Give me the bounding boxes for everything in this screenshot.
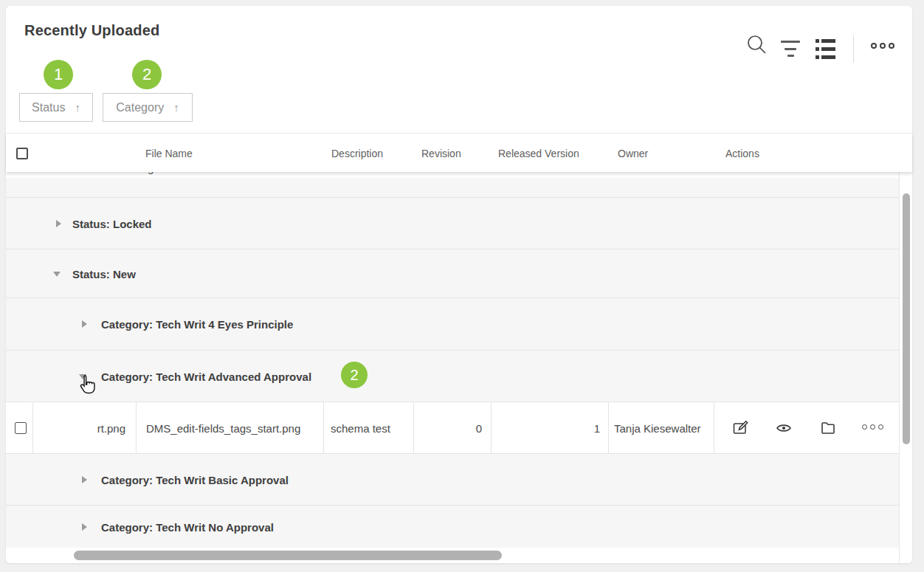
sort-asc-arrow-icon: ↑ (75, 101, 80, 114)
file-thumb-text: rt.png (35, 421, 125, 434)
more-options-icon[interactable] (869, 41, 900, 52)
expand-triangle-icon[interactable] (82, 320, 87, 328)
pointer-cursor-icon (77, 374, 97, 396)
column-header-file-name: File Name (145, 148, 193, 159)
group-chip-status-label: Status (32, 101, 65, 114)
select-all-checkbox[interactable] (16, 148, 28, 159)
vertical-scrollbar-track[interactable] (899, 172, 912, 563)
column-header-revision: Revision (421, 148, 461, 159)
vertical-scrollbar-thumb[interactable] (903, 193, 910, 444)
clipped-row-remnant (6, 178, 899, 198)
clipped-file-name-fragment: g (148, 172, 154, 174)
group-count-badge: 2 (341, 362, 368, 388)
group-row-category-advanced[interactable]: Category: Tech Writ Advanced Approval (6, 351, 899, 402)
column-header-actions: Actions (725, 148, 759, 159)
group-row-category-basic[interactable]: Category: Tech Writ Basic Approval (6, 454, 899, 506)
expand-triangle-icon[interactable] (82, 523, 87, 531)
recently-uploaded-panel: Recently Uploaded 1 2 Status ↑ Category … (6, 6, 912, 563)
horizontal-scrollbar-thumb[interactable] (74, 551, 502, 560)
group-label: Status: Locked (72, 217, 152, 230)
preview-eye-icon[interactable] (776, 420, 792, 436)
column-header-description: Description (331, 148, 383, 159)
collapse-triangle-icon[interactable] (53, 272, 61, 277)
group-chip-status[interactable]: Status ↑ (19, 93, 93, 122)
group-chip-category[interactable]: Category ↑ (103, 93, 193, 122)
filter-icon[interactable] (781, 38, 800, 59)
row-more-icon[interactable] (862, 424, 889, 432)
sort-asc-arrow-icon: ↑ (173, 101, 179, 114)
expand-triangle-icon[interactable] (82, 476, 87, 483)
row-checkbox[interactable] (15, 422, 27, 434)
revision-cell: 0 (413, 421, 482, 434)
owner-cell: Tanja Kiesewalter (614, 421, 701, 434)
status-group-order-badge: 1 (44, 60, 73, 89)
search-icon[interactable] (745, 34, 768, 56)
group-row-status-locked[interactable]: Status: Locked (6, 198, 899, 249)
group-row-category-4-eyes[interactable]: Category: Tech Writ 4 Eyes Principle (6, 298, 899, 351)
group-row-category-no-approval[interactable]: Category: Tech Writ No Approval (6, 506, 899, 548)
file-row[interactable]: rt.png DMS_edit-fields_tags_start.png sc… (6, 402, 899, 454)
column-header-released-version: Released Version (498, 148, 579, 159)
column-header-owner: Owner (618, 148, 648, 159)
group-chip-category-label: Category (116, 101, 164, 114)
table-header: File Name Description Revision Released … (6, 133, 912, 172)
clipped-row-sliver: g (6, 172, 899, 178)
edit-icon[interactable] (732, 420, 748, 436)
group-label: Category: Tech Writ Advanced Approval (101, 370, 311, 382)
group-label: Category: Tech Writ No Approval (101, 520, 274, 533)
released-version-cell: 1 (491, 421, 600, 434)
table-body: g Status: Locked Status: New Category: T… (6, 172, 899, 563)
toolbar-divider (853, 35, 854, 63)
file-name-cell: DMS_edit-fields_tags_start.png (146, 421, 300, 434)
group-label: Category: Tech Writ Basic Approval (101, 473, 289, 486)
folder-icon[interactable] (820, 420, 836, 436)
description-cell: schema test (331, 421, 390, 434)
page-title: Recently Uploaded (24, 22, 159, 39)
category-group-order-badge: 2 (132, 60, 162, 89)
expand-triangle-icon[interactable] (56, 220, 61, 227)
group-label: Category: Tech Writ 4 Eyes Principle (101, 318, 293, 331)
group-row-status-new[interactable]: Status: New (6, 249, 899, 298)
group-label: Status: New (72, 267, 136, 280)
list-view-icon[interactable] (816, 38, 836, 59)
